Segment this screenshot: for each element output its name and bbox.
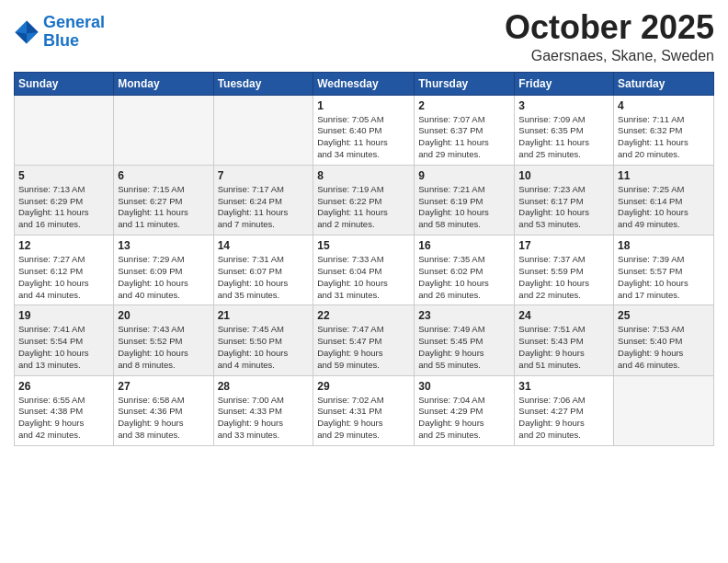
day-info: Sunrise: 7:39 AM Sunset: 5:57 PM Dayligh… (618, 254, 710, 301)
day-number: 16 (418, 239, 510, 252)
day-cell: 27Sunrise: 6:58 AM Sunset: 4:36 PM Dayli… (114, 375, 213, 445)
weekday-header-sunday: Sunday (15, 72, 114, 95)
day-cell: 26Sunrise: 6:55 AM Sunset: 4:38 PM Dayli… (15, 375, 114, 445)
day-cell (614, 375, 714, 445)
day-info: Sunrise: 7:45 AM Sunset: 5:50 PM Dayligh… (218, 324, 310, 371)
day-cell: 29Sunrise: 7:02 AM Sunset: 4:31 PM Dayli… (313, 375, 415, 445)
day-cell: 8Sunrise: 7:19 AM Sunset: 6:22 PM Daylig… (313, 165, 415, 235)
day-info: Sunrise: 6:58 AM Sunset: 4:36 PM Dayligh… (118, 395, 209, 442)
day-number: 9 (418, 169, 510, 182)
day-number: 2 (418, 99, 510, 112)
day-info: Sunrise: 7:31 AM Sunset: 6:07 PM Dayligh… (218, 254, 310, 301)
day-number: 12 (18, 239, 109, 252)
day-info: Sunrise: 7:49 AM Sunset: 5:45 PM Dayligh… (418, 324, 510, 371)
day-number: 17 (518, 239, 609, 252)
day-number: 18 (618, 239, 710, 252)
day-info: Sunrise: 7:43 AM Sunset: 5:52 PM Dayligh… (118, 324, 209, 371)
day-cell: 17Sunrise: 7:37 AM Sunset: 5:59 PM Dayli… (515, 236, 614, 305)
day-info: Sunrise: 7:06 AM Sunset: 4:27 PM Dayligh… (518, 395, 609, 442)
day-info: Sunrise: 7:51 AM Sunset: 5:43 PM Dayligh… (518, 324, 609, 371)
day-cell: 13Sunrise: 7:29 AM Sunset: 6:09 PM Dayli… (114, 236, 213, 305)
day-info: Sunrise: 7:53 AM Sunset: 5:40 PM Dayligh… (618, 324, 710, 371)
day-cell: 25Sunrise: 7:53 AM Sunset: 5:40 PM Dayli… (614, 305, 714, 375)
day-number: 3 (518, 99, 609, 112)
day-info: Sunrise: 7:07 AM Sunset: 6:37 PM Dayligh… (418, 114, 510, 161)
week-row-4: 26Sunrise: 6:55 AM Sunset: 4:38 PM Dayli… (15, 375, 714, 445)
day-number: 26 (18, 380, 109, 393)
day-number: 22 (317, 309, 410, 322)
logo-icon (14, 19, 40, 45)
day-cell: 12Sunrise: 7:27 AM Sunset: 6:12 PM Dayli… (15, 236, 114, 305)
day-number: 11 (618, 169, 710, 182)
day-info: Sunrise: 7:35 AM Sunset: 6:02 PM Dayligh… (418, 254, 510, 301)
weekday-header-friday: Friday (515, 72, 614, 95)
day-cell: 28Sunrise: 7:00 AM Sunset: 4:33 PM Dayli… (213, 375, 313, 445)
day-number: 6 (118, 169, 209, 182)
week-row-1: 5Sunrise: 7:13 AM Sunset: 6:29 PM Daylig… (15, 165, 714, 235)
svg-marker-1 (27, 20, 39, 33)
day-number: 10 (518, 169, 609, 182)
day-info: Sunrise: 7:15 AM Sunset: 6:27 PM Dayligh… (118, 184, 209, 231)
day-number: 13 (118, 239, 209, 252)
title-block: October 2025 Gaersnaes, Skane, Sweden (505, 9, 714, 64)
day-number: 15 (317, 239, 410, 252)
day-number: 25 (618, 309, 710, 322)
weekday-header-saturday: Saturday (614, 72, 714, 95)
day-info: Sunrise: 7:21 AM Sunset: 6:19 PM Dayligh… (418, 184, 510, 231)
day-cell: 7Sunrise: 7:17 AM Sunset: 6:24 PM Daylig… (213, 165, 313, 235)
day-cell: 16Sunrise: 7:35 AM Sunset: 6:02 PM Dayli… (415, 236, 515, 305)
day-number: 23 (418, 309, 510, 322)
day-cell (114, 95, 213, 165)
day-cell: 19Sunrise: 7:41 AM Sunset: 5:54 PM Dayli… (15, 305, 114, 375)
day-cell: 1Sunrise: 7:05 AM Sunset: 6:40 PM Daylig… (313, 95, 415, 165)
day-info: Sunrise: 7:27 AM Sunset: 6:12 PM Dayligh… (18, 254, 109, 301)
location: Gaersnaes, Skane, Sweden (505, 48, 714, 64)
day-number: 28 (218, 380, 310, 393)
day-number: 30 (418, 380, 510, 393)
day-cell: 21Sunrise: 7:45 AM Sunset: 5:50 PM Dayli… (213, 305, 313, 375)
day-cell: 14Sunrise: 7:31 AM Sunset: 6:07 PM Dayli… (213, 236, 313, 305)
weekday-header-thursday: Thursday (415, 72, 515, 95)
week-row-0: 1Sunrise: 7:05 AM Sunset: 6:40 PM Daylig… (15, 95, 714, 165)
day-info: Sunrise: 6:55 AM Sunset: 4:38 PM Dayligh… (18, 395, 109, 442)
weekday-header-wednesday: Wednesday (313, 72, 415, 95)
day-cell: 24Sunrise: 7:51 AM Sunset: 5:43 PM Dayli… (515, 305, 614, 375)
logo-line2: Blue (43, 31, 79, 50)
day-info: Sunrise: 7:19 AM Sunset: 6:22 PM Dayligh… (317, 184, 410, 231)
logo: General Blue (14, 14, 105, 51)
day-number: 7 (218, 169, 310, 182)
day-cell: 22Sunrise: 7:47 AM Sunset: 5:47 PM Dayli… (313, 305, 415, 375)
day-number: 5 (18, 169, 109, 182)
weekday-header-monday: Monday (114, 72, 213, 95)
day-cell: 15Sunrise: 7:33 AM Sunset: 6:04 PM Dayli… (313, 236, 415, 305)
day-info: Sunrise: 7:33 AM Sunset: 6:04 PM Dayligh… (317, 254, 410, 301)
day-number: 24 (518, 309, 609, 322)
day-cell: 4Sunrise: 7:11 AM Sunset: 6:32 PM Daylig… (614, 95, 714, 165)
day-cell: 3Sunrise: 7:09 AM Sunset: 6:35 PM Daylig… (515, 95, 614, 165)
day-cell: 10Sunrise: 7:23 AM Sunset: 6:17 PM Dayli… (515, 165, 614, 235)
day-info: Sunrise: 7:41 AM Sunset: 5:54 PM Dayligh… (18, 324, 109, 371)
day-info: Sunrise: 7:00 AM Sunset: 4:33 PM Dayligh… (218, 395, 310, 442)
day-info: Sunrise: 7:23 AM Sunset: 6:17 PM Dayligh… (518, 184, 609, 231)
day-info: Sunrise: 7:05 AM Sunset: 6:40 PM Dayligh… (317, 114, 410, 161)
calendar: SundayMondayTuesdayWednesdayThursdayFrid… (14, 72, 714, 446)
day-info: Sunrise: 7:25 AM Sunset: 6:14 PM Dayligh… (618, 184, 710, 231)
header: General Blue October 2025 Gaersnaes, Ska… (14, 9, 714, 64)
day-number: 1 (317, 99, 410, 112)
day-cell: 5Sunrise: 7:13 AM Sunset: 6:29 PM Daylig… (15, 165, 114, 235)
day-number: 8 (317, 169, 410, 182)
day-cell: 9Sunrise: 7:21 AM Sunset: 6:19 PM Daylig… (415, 165, 515, 235)
week-row-2: 12Sunrise: 7:27 AM Sunset: 6:12 PM Dayli… (15, 236, 714, 305)
day-number: 27 (118, 380, 209, 393)
day-cell: 23Sunrise: 7:49 AM Sunset: 5:45 PM Dayli… (415, 305, 515, 375)
day-number: 31 (518, 380, 609, 393)
logo-line1: General (43, 13, 105, 31)
day-number: 20 (118, 309, 209, 322)
day-cell: 31Sunrise: 7:06 AM Sunset: 4:27 PM Dayli… (515, 375, 614, 445)
day-cell: 30Sunrise: 7:04 AM Sunset: 4:29 PM Dayli… (415, 375, 515, 445)
page-container: General Blue October 2025 Gaersnaes, Ska… (0, 0, 728, 455)
week-row-3: 19Sunrise: 7:41 AM Sunset: 5:54 PM Dayli… (15, 305, 714, 375)
day-cell: 11Sunrise: 7:25 AM Sunset: 6:14 PM Dayli… (614, 165, 714, 235)
day-cell: 18Sunrise: 7:39 AM Sunset: 5:57 PM Dayli… (614, 236, 714, 305)
day-number: 19 (18, 309, 109, 322)
